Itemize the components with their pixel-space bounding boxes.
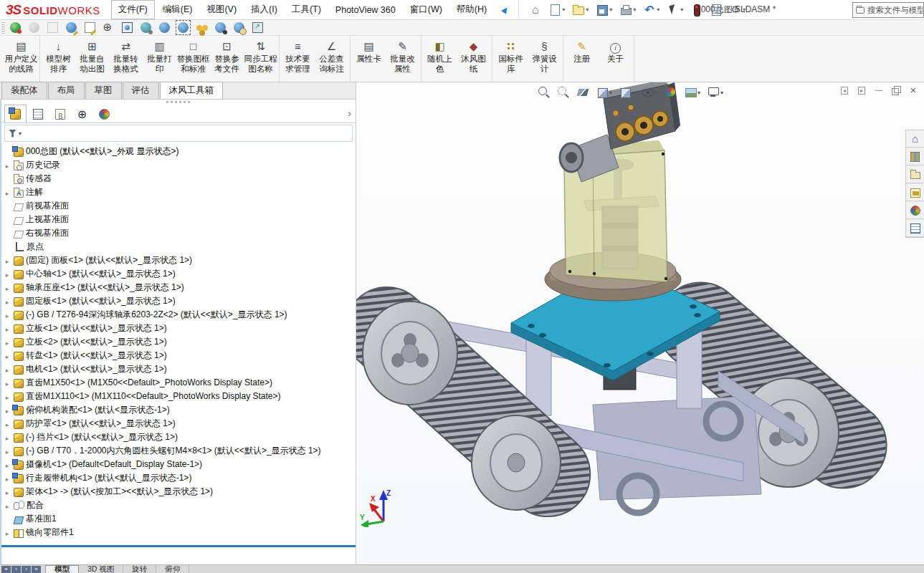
tree-item[interactable]: 架体<1> -> (默认<按加工><<默认>_显示状态 1>) [3, 485, 356, 499]
menu-item[interactable]: 工具(T) [285, 1, 328, 19]
menu-item[interactable]: 编辑(E) [156, 1, 199, 19]
menu-item[interactable]: 窗口(W) [404, 1, 449, 19]
expand-arrow-icon[interactable] [3, 310, 11, 320]
ribbon-button[interactable]: 批量改 属性 [386, 36, 419, 82]
hud-button[interactable] [574, 85, 591, 100]
task-pane-button[interactable] [906, 166, 924, 183]
hud-button[interactable] [705, 85, 725, 100]
photoview-toolbar-button[interactable] [213, 21, 227, 34]
menu-item[interactable]: PhotoView 360 [329, 2, 402, 18]
tree-item[interactable]: (-) 挡片<1> (默认<<默认>_显示状态 1>) [3, 430, 356, 444]
toolbar-grip[interactable] [1, 22, 5, 34]
tree-item[interactable]: 配合 [3, 499, 356, 512]
window-control-button[interactable] [839, 85, 849, 95]
tree-item[interactable]: 注解 [3, 186, 356, 199]
ribbon-button[interactable]: 沐风图 纸 [457, 36, 490, 82]
expand-arrow-icon[interactable] [3, 160, 11, 170]
photoview-toolbar-button[interactable] [64, 21, 78, 34]
tree-item[interactable]: 右视基准面 [3, 226, 356, 240]
sheet-nav-button[interactable]: ‹ [11, 566, 21, 573]
photoview-toolbar-button[interactable] [232, 21, 246, 34]
ribbon-button[interactable]: 用户定义 的线路 [4, 36, 38, 82]
ribbon-button[interactable]: 批量自 动出图 [75, 36, 109, 82]
expand-arrow-icon[interactable] [3, 392, 11, 402]
tree-item[interactable]: 摄像机<1> (Default<Default_Display State-1>… [3, 458, 356, 471]
tree-item[interactable]: 轴承压座<1> (默认<<默认>_显示状态 1>) [3, 281, 356, 294]
tree-root-item[interactable]: 000总图 (默认<<默认>_外观 显示状态>) [3, 145, 356, 158]
tree-item[interactable]: 直齿M1X50<1> (M1X50<<Default>_PhotoWorks D… [3, 376, 356, 390]
panel-tab[interactable] [27, 105, 49, 122]
tree-item[interactable]: 传感器 [3, 172, 356, 186]
expand-arrow-icon[interactable] [3, 351, 11, 361]
tree-item[interactable]: (-) GB / T70．1-2000内六角圆柱头螺钉M4×8<1> (默认<<… [3, 444, 356, 458]
expand-arrow-icon[interactable] [3, 188, 11, 198]
tree-item[interactable]: (-) GB / T276-94深沟球轴承6203-2Z<2> (默认<<默认>… [3, 308, 356, 322]
sheet-tab[interactable]: 模型 [45, 565, 79, 573]
expand-arrow-icon[interactable] [3, 405, 11, 415]
menu-item[interactable]: 插入(I) [244, 1, 284, 19]
ribbon-button[interactable]: 批量转 换格式 [109, 36, 143, 82]
window-control-button[interactable] [857, 85, 867, 95]
search-box[interactable]: 搜索文件与模型 [852, 2, 924, 18]
expand-arrow-icon[interactable] [3, 365, 11, 375]
quick-access-button[interactable] [526, 1, 544, 18]
quick-access-button[interactable] [640, 1, 662, 18]
command-tab[interactable]: 评估 [123, 82, 159, 99]
tree-filter[interactable] [4, 125, 353, 142]
command-tab[interactable]: 布局 [48, 82, 85, 99]
task-pane-button[interactable] [906, 148, 924, 165]
expand-arrow-icon[interactable] [3, 419, 11, 429]
quick-access-button[interactable] [593, 1, 615, 18]
hud-button[interactable] [555, 85, 572, 100]
tree-item[interactable]: 前视基准面 [3, 199, 356, 213]
tree-item[interactable]: 转盘<1> (默认<<默认>_显示状态 1>) [3, 349, 356, 362]
ribbon-button[interactable]: 替换参 考文件 [210, 36, 244, 82]
tree-item[interactable]: 俯仰机构装配<1> (默认<显示状态-1>) [3, 403, 356, 417]
command-tab[interactable]: 沐风工具箱 [160, 82, 224, 99]
expand-arrow-icon[interactable] [3, 215, 11, 225]
ribbon-button[interactable]: 同步工程 图名称 [244, 36, 277, 82]
window-control-button[interactable] [891, 85, 901, 95]
photoview-toolbar-button[interactable] [250, 21, 265, 34]
expand-arrow-icon[interactable] [3, 337, 11, 347]
tree-item[interactable]: (固定) 面板<1> (默认<<默认>_显示状态 1>) [3, 254, 356, 267]
photoview-toolbar-button[interactable] [194, 21, 209, 34]
command-tab[interactable]: 草图 [85, 82, 122, 99]
3d-model-robot[interactable] [356, 82, 922, 564]
tree-item[interactable]: 行走履带机构<1> (默认<默认_显示状态-1>) [3, 471, 356, 485]
expand-arrow-icon[interactable] [3, 174, 11, 184]
photoview-toolbar-button[interactable] [157, 21, 171, 34]
panel-expand-chevron[interactable]: › [348, 107, 351, 119]
expand-arrow-icon[interactable] [3, 228, 11, 239]
ribbon-button[interactable]: 公差查 询标注 [315, 36, 348, 82]
tree-item[interactable]: 电机<1> (默认<<默认>_显示状态 1>) [3, 362, 356, 376]
tree-item[interactable]: 历史记录 [3, 158, 356, 172]
ribbon-button[interactable]: 弹簧设 计 [528, 36, 561, 82]
task-pane-button[interactable] [906, 130, 924, 148]
expand-arrow-icon[interactable] [3, 378, 11, 388]
tree-item[interactable]: 原点 [3, 240, 356, 254]
tree-item[interactable]: 防护罩<1> (默认<<默认>_显示状态 1>) [3, 417, 356, 430]
expand-arrow-icon[interactable] [3, 242, 11, 252]
tree-item[interactable]: 镜向零部件1 [3, 526, 356, 539]
task-pane-button[interactable] [906, 202, 924, 219]
tree-item[interactable]: 立板<1> (默认<<默认>_显示状态 1>) [3, 322, 356, 335]
sheet-tab[interactable]: 旋转 [123, 565, 156, 573]
expand-arrow-icon[interactable] [3, 446, 11, 456]
quick-access-button[interactable] [546, 1, 568, 18]
ribbon-button[interactable]: 注册 [565, 36, 599, 82]
photoview-toolbar-button[interactable] [138, 21, 153, 34]
ribbon-button[interactable]: 技术要 求管理 [281, 36, 315, 82]
hud-button[interactable] [682, 85, 702, 100]
tree-item[interactable]: 立板<2> (默认<<默认>_显示状态 1>) [3, 335, 356, 349]
panel-tab[interactable] [4, 105, 27, 122]
panel-splitter-handle[interactable] [1, 100, 356, 105]
ribbon-button[interactable]: 模型树 排序 [42, 36, 75, 82]
hud-button[interactable] [594, 85, 614, 100]
window-control-button[interactable] [874, 85, 884, 95]
panel-tab[interactable] [93, 105, 115, 122]
expand-arrow-icon[interactable] [3, 256, 11, 266]
task-pane-button[interactable] [906, 184, 924, 201]
expand-arrow-icon[interactable] [3, 528, 11, 538]
expand-arrow-icon[interactable] [3, 487, 11, 497]
